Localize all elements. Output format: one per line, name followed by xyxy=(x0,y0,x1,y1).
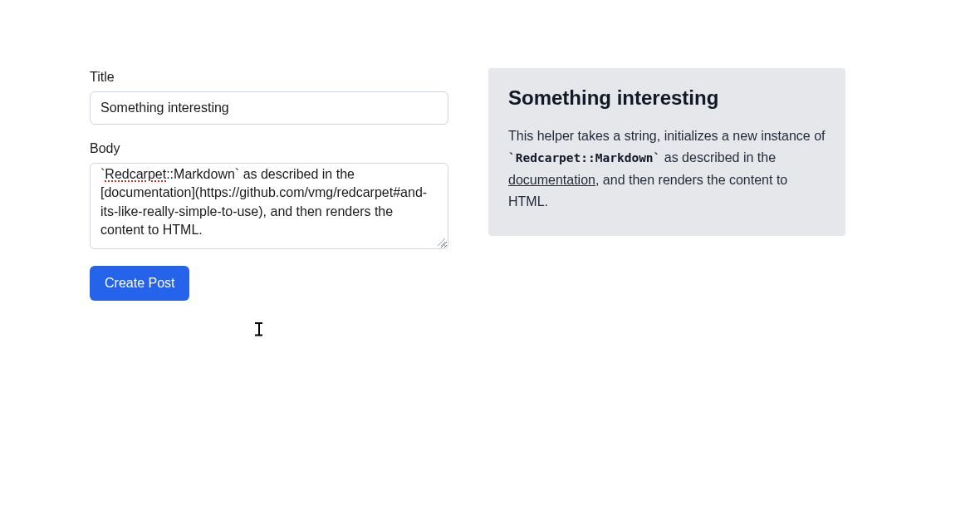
preview-body: This helper takes a string, initializes … xyxy=(508,125,826,213)
text-cursor-icon xyxy=(255,322,263,336)
title-field-group: Title xyxy=(90,70,448,125)
preview-text: This helper takes a string, initializes … xyxy=(508,129,826,143)
preview-title: Something interesting xyxy=(508,86,826,110)
title-label: Title xyxy=(90,70,448,85)
spellcheck-underline: Redcarpet xyxy=(105,167,166,181)
documentation-link[interactable]: documentation xyxy=(508,173,595,187)
preview-code: `Redcarpet::Markdown` xyxy=(508,151,660,164)
preview-text: as described in the xyxy=(660,150,776,164)
preview-card: Something interesting This helper takes … xyxy=(488,68,845,236)
body-textarea[interactable]: `Redcarpet::Markdown` as described in th… xyxy=(90,163,448,249)
post-form: Title Body `Redcarpet::Markdown` as desc… xyxy=(90,70,448,301)
body-label: Body xyxy=(90,141,448,156)
preview-panel: Something interesting This helper takes … xyxy=(488,68,845,301)
title-input[interactable] xyxy=(90,91,448,125)
create-post-button[interactable]: Create Post xyxy=(90,266,189,301)
body-field-group: Body `Redcarpet::Markdown` as described … xyxy=(90,141,448,249)
